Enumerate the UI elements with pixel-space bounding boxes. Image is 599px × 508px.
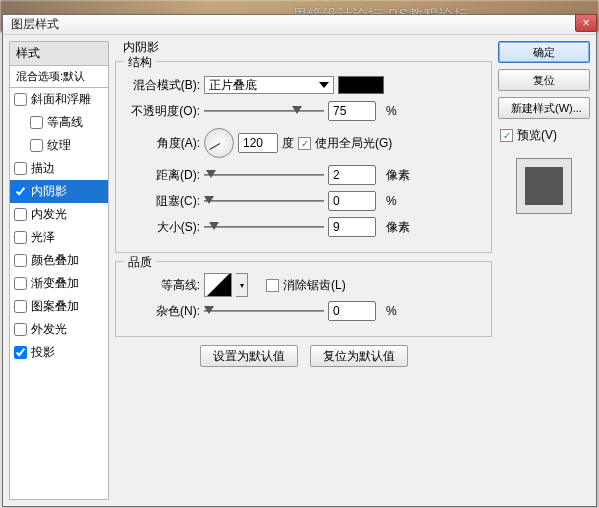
sidebar-item-label: 图案叠加 bbox=[31, 298, 79, 315]
antialias-label: 消除锯齿(L) bbox=[283, 277, 346, 294]
sidebar-item-3[interactable]: 描边 bbox=[10, 157, 108, 180]
angle-unit: 度 bbox=[282, 135, 294, 152]
size-input[interactable] bbox=[328, 217, 376, 237]
main-panel: 内阴影 结构 混合模式(B): 正片叠底 不透明度(O): bbox=[115, 41, 492, 500]
sidebar-item-checkbox[interactable] bbox=[14, 185, 27, 198]
noise-label: 杂色(N): bbox=[126, 303, 204, 320]
global-light-label: 使用全局光(G) bbox=[315, 135, 392, 152]
noise-unit: % bbox=[386, 304, 397, 318]
sidebar-item-checkbox[interactable] bbox=[14, 162, 27, 175]
blend-options-default[interactable]: 混合选项:默认 bbox=[9, 66, 109, 88]
choke-unit: % bbox=[386, 194, 397, 208]
sidebar-item-label: 斜面和浮雕 bbox=[31, 91, 91, 108]
ok-button[interactable]: 确定 bbox=[498, 41, 590, 63]
sidebar-item-label: 外发光 bbox=[31, 321, 67, 338]
sidebar-item-label: 内发光 bbox=[31, 206, 67, 223]
structure-group-title: 结构 bbox=[124, 54, 156, 71]
sidebar-item-label: 光泽 bbox=[31, 229, 55, 246]
reset-default-button[interactable]: 复位为默认值 bbox=[310, 345, 408, 367]
sidebar-item-checkbox[interactable] bbox=[14, 231, 27, 244]
cancel-button[interactable]: 复位 bbox=[498, 69, 590, 91]
preview-checkbox[interactable]: ✓ bbox=[500, 129, 513, 142]
opacity-unit: % bbox=[386, 104, 397, 118]
preview-label: 预览(V) bbox=[517, 127, 557, 144]
style-sidebar: 样式 混合选项:默认 斜面和浮雕等高线纹理描边内阴影内发光光泽颜色叠加渐变叠加图… bbox=[9, 41, 109, 500]
sidebar-item-label: 投影 bbox=[31, 344, 55, 361]
new-style-button[interactable]: 新建样式(W)... bbox=[498, 97, 590, 119]
sidebar-item-6[interactable]: 光泽 bbox=[10, 226, 108, 249]
titlebar[interactable]: 图层样式 × bbox=[3, 15, 596, 35]
sidebar-item-label: 渐变叠加 bbox=[31, 275, 79, 292]
sidebar-item-checkbox[interactable] bbox=[14, 254, 27, 267]
sidebar-item-label: 等高线 bbox=[47, 114, 83, 131]
opacity-slider[interactable] bbox=[204, 104, 324, 118]
sidebar-item-9[interactable]: 图案叠加 bbox=[10, 295, 108, 318]
sidebar-item-checkbox[interactable] bbox=[14, 277, 27, 290]
sidebar-item-label: 内阴影 bbox=[31, 183, 67, 200]
quality-group-title: 品质 bbox=[124, 254, 156, 271]
right-column: 确定 复位 新建样式(W)... ✓ 预览(V) bbox=[498, 41, 590, 500]
sidebar-item-5[interactable]: 内发光 bbox=[10, 203, 108, 226]
sidebar-item-checkbox[interactable] bbox=[14, 323, 27, 336]
sidebar-item-4[interactable]: 内阴影 bbox=[10, 180, 108, 203]
noise-input[interactable] bbox=[328, 301, 376, 321]
angle-input[interactable] bbox=[238, 133, 278, 153]
style-list: 斜面和浮雕等高线纹理描边内阴影内发光光泽颜色叠加渐变叠加图案叠加外发光投影 bbox=[9, 88, 109, 500]
sidebar-item-checkbox[interactable] bbox=[30, 116, 43, 129]
blend-mode-value: 正片叠底 bbox=[209, 77, 257, 94]
sidebar-item-checkbox[interactable] bbox=[14, 93, 27, 106]
sidebar-item-checkbox[interactable] bbox=[14, 300, 27, 313]
distance-unit: 像素 bbox=[386, 167, 410, 184]
distance-input[interactable] bbox=[328, 165, 376, 185]
sidebar-item-11[interactable]: 投影 bbox=[10, 341, 108, 364]
blend-mode-label: 混合模式(B): bbox=[126, 77, 204, 94]
choke-input[interactable] bbox=[328, 191, 376, 211]
dialog-title: 图层样式 bbox=[11, 16, 59, 33]
distance-slider[interactable] bbox=[204, 168, 324, 182]
sidebar-item-checkbox[interactable] bbox=[14, 208, 27, 221]
size-unit: 像素 bbox=[386, 219, 410, 236]
sidebar-item-label: 描边 bbox=[31, 160, 55, 177]
antialias-checkbox[interactable] bbox=[266, 279, 279, 292]
make-default-button[interactable]: 设置为默认值 bbox=[200, 345, 298, 367]
sidebar-item-10[interactable]: 外发光 bbox=[10, 318, 108, 341]
opacity-input[interactable] bbox=[328, 101, 376, 121]
contour-label: 等高线: bbox=[126, 277, 204, 294]
contour-dropdown[interactable]: ▾ bbox=[236, 273, 248, 297]
sidebar-item-checkbox[interactable] bbox=[30, 139, 43, 152]
opacity-label: 不透明度(O): bbox=[126, 103, 204, 120]
layer-style-dialog: 图层样式 × 样式 混合选项:默认 斜面和浮雕等高线纹理描边内阴影内发光光泽颜色… bbox=[2, 14, 597, 507]
shadow-color-swatch[interactable] bbox=[338, 76, 384, 94]
chevron-down-icon bbox=[319, 82, 329, 88]
sidebar-item-0[interactable]: 斜面和浮雕 bbox=[10, 88, 108, 111]
preview-swatch bbox=[516, 158, 572, 214]
size-slider[interactable] bbox=[204, 220, 324, 234]
angle-dial[interactable] bbox=[204, 128, 234, 158]
sidebar-item-checkbox[interactable] bbox=[14, 346, 27, 359]
choke-label: 阻塞(C): bbox=[126, 193, 204, 210]
blend-mode-select[interactable]: 正片叠底 bbox=[204, 76, 334, 94]
sidebar-item-1[interactable]: 等高线 bbox=[10, 111, 108, 134]
choke-slider[interactable] bbox=[204, 194, 324, 208]
sidebar-item-7[interactable]: 颜色叠加 bbox=[10, 249, 108, 272]
quality-group: 品质 等高线: ▾ 消除锯齿(L) 杂色(N): bbox=[115, 261, 492, 337]
size-label: 大小(S): bbox=[126, 219, 204, 236]
angle-label: 角度(A): bbox=[126, 135, 204, 152]
sidebar-item-2[interactable]: 纹理 bbox=[10, 134, 108, 157]
close-button[interactable]: × bbox=[575, 14, 597, 32]
sidebar-header[interactable]: 样式 bbox=[9, 41, 109, 66]
sidebar-item-label: 颜色叠加 bbox=[31, 252, 79, 269]
distance-label: 距离(D): bbox=[126, 167, 204, 184]
sidebar-item-label: 纹理 bbox=[47, 137, 71, 154]
global-light-checkbox[interactable]: ✓ bbox=[298, 137, 311, 150]
structure-group: 结构 混合模式(B): 正片叠底 不透明度(O): bbox=[115, 61, 492, 253]
contour-swatch[interactable] bbox=[204, 273, 232, 297]
noise-slider[interactable] bbox=[204, 304, 324, 318]
sidebar-item-8[interactable]: 渐变叠加 bbox=[10, 272, 108, 295]
